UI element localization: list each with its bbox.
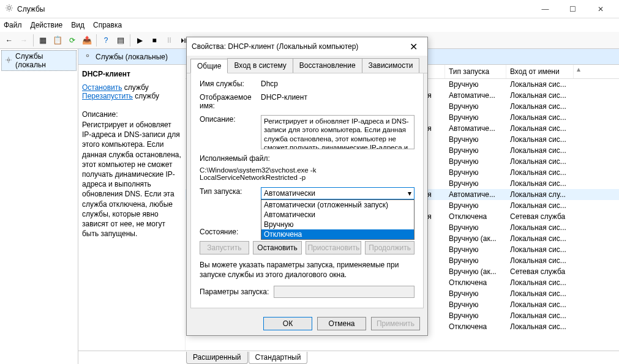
params-label: Параметры запуска: bbox=[200, 288, 269, 296]
menu-help[interactable]: Справка bbox=[93, 21, 122, 29]
btn-ok[interactable]: ОК bbox=[263, 317, 312, 330]
exe-path: C:\Windows\system32\svchost.exe -k Local… bbox=[200, 166, 415, 181]
dialog-titlebar: Свойства: DHCP-клиент (Локальный компьют… bbox=[187, 37, 427, 56]
content-header-text: Службы (локальные) bbox=[96, 53, 168, 61]
description-label: Описание: bbox=[82, 110, 181, 119]
tab-dependencies[interactable]: Зависимости bbox=[362, 58, 420, 73]
toolbar-icon-3[interactable]: ▤ bbox=[114, 34, 127, 47]
service-name-label: Имя службы: bbox=[200, 80, 261, 88]
maximize-button[interactable]: ☐ bbox=[559, 1, 587, 18]
startup-type-dropdown: Автоматически (отложенный запуск)Автомат… bbox=[261, 199, 415, 240]
start-service-button[interactable]: ▶ bbox=[133, 34, 146, 47]
separator bbox=[96, 34, 97, 46]
svg-point-2 bbox=[86, 54, 89, 57]
gear-icon bbox=[4, 56, 13, 66]
display-name-value: DHCP-клиент bbox=[261, 93, 415, 110]
btn-resume: Продолжить bbox=[365, 241, 415, 254]
titlebar: Службы — ☐ ✕ bbox=[0, 0, 619, 18]
dropdown-option[interactable]: Отключена bbox=[261, 229, 414, 239]
description-text: Регистрирует и обновляет IP-адреса и DNS… bbox=[82, 120, 181, 239]
svg-point-1 bbox=[7, 59, 10, 61]
params-input bbox=[274, 286, 415, 298]
toolbar-icon-1[interactable]: ▦ bbox=[36, 34, 50, 47]
svg-point-0 bbox=[8, 7, 11, 10]
dropdown-option[interactable]: Автоматически bbox=[261, 210, 414, 220]
back-button[interactable]: ← bbox=[2, 34, 16, 47]
col-start[interactable]: Тип запуска bbox=[445, 65, 506, 78]
col-logon[interactable]: Вход от имени bbox=[506, 65, 574, 78]
tab-extended[interactable]: Расширенный bbox=[186, 352, 248, 364]
services-icon bbox=[5, 4, 13, 14]
stop-service-link[interactable]: Остановить bbox=[82, 83, 122, 92]
menu-view[interactable]: Вид bbox=[71, 21, 84, 29]
state-label: Состояние: bbox=[200, 228, 261, 236]
tree-root[interactable]: Службы (локальн bbox=[1, 50, 77, 71]
toolbar-icon-2[interactable]: 📋 bbox=[51, 34, 64, 47]
menu-action[interactable]: Действие bbox=[31, 21, 63, 29]
detail-pane: DHCP-клиент Остановить службу Перезапуст… bbox=[78, 65, 186, 351]
help-button[interactable]: ? bbox=[99, 34, 113, 47]
menubar: Файл Действие Вид Справка bbox=[0, 18, 619, 32]
bottom-tabs: Расширенный Стандартный bbox=[78, 351, 619, 364]
exe-label: Исполняемый файл: bbox=[200, 154, 415, 163]
properties-dialog: Свойства: DHCP-клиент (Локальный компьют… bbox=[186, 37, 428, 336]
description-label: Описание: bbox=[200, 115, 261, 149]
dropdown-option[interactable]: Автоматически (отложенный запуск) bbox=[261, 200, 414, 210]
pause-service-button[interactable]: ⏸ bbox=[162, 34, 176, 47]
btn-start: Запустить bbox=[200, 241, 249, 254]
window-title: Службы bbox=[17, 5, 531, 13]
btn-apply: Применить bbox=[371, 317, 420, 330]
dialog-close-button[interactable]: ✕ bbox=[404, 41, 422, 53]
scroll-up-icon[interactable]: ▴ bbox=[574, 65, 583, 78]
tree-root-label: Службы (локальн bbox=[15, 52, 73, 69]
description-box[interactable]: Регистрирует и обновляет IP-адреса и DNS… bbox=[261, 115, 415, 149]
dialog-tabs: Общие Вход в систему Восстановление Зави… bbox=[187, 56, 427, 73]
tab-general[interactable]: Общие bbox=[190, 59, 228, 73]
btn-cancel[interactable]: Отмена bbox=[317, 317, 366, 330]
close-button[interactable]: ✕ bbox=[587, 1, 614, 18]
tree-pane: Службы (локальн bbox=[0, 49, 78, 364]
export-button[interactable]: 📤 bbox=[80, 34, 94, 47]
btn-pause: Приостановить bbox=[306, 241, 361, 254]
service-name: DHCP-клиент bbox=[82, 70, 181, 78]
dialog-footer: ОК Отмена Применить bbox=[187, 312, 427, 335]
separator bbox=[130, 34, 130, 46]
tab-recovery[interactable]: Восстановление bbox=[293, 58, 362, 73]
chevron-down-icon: ▾ bbox=[408, 189, 411, 198]
dialog-body: Имя службы: Dhcp Отображаемое имя: DHCP-… bbox=[190, 73, 424, 308]
dialog-title: Свойства: DHCP-клиент (Локальный компьют… bbox=[192, 42, 404, 51]
minimize-button[interactable]: — bbox=[531, 1, 559, 18]
service-name-value: Dhcp bbox=[261, 80, 415, 88]
gear-icon bbox=[83, 51, 92, 62]
dropdown-option[interactable]: Вручную bbox=[261, 220, 414, 229]
startup-type-select[interactable]: Автоматически ▾ bbox=[261, 187, 415, 199]
restart-service-link[interactable]: Перезапустить bbox=[82, 92, 133, 100]
startup-hint: Вы можете указать параметры запуска, при… bbox=[200, 261, 415, 280]
startup-type-label: Тип запуска: bbox=[200, 187, 261, 199]
tab-logon[interactable]: Вход в систему bbox=[227, 58, 293, 73]
separator bbox=[33, 34, 34, 46]
menu-file[interactable]: Файл bbox=[4, 21, 22, 29]
tab-standard[interactable]: Стандартный bbox=[249, 352, 308, 364]
refresh-button[interactable]: ⟳ bbox=[66, 34, 79, 47]
stop-service-button[interactable]: ■ bbox=[148, 34, 161, 47]
btn-stop[interactable]: Остановить bbox=[253, 241, 302, 254]
forward-button[interactable]: → bbox=[17, 34, 31, 47]
display-name-label: Отображаемое имя: bbox=[200, 93, 261, 110]
